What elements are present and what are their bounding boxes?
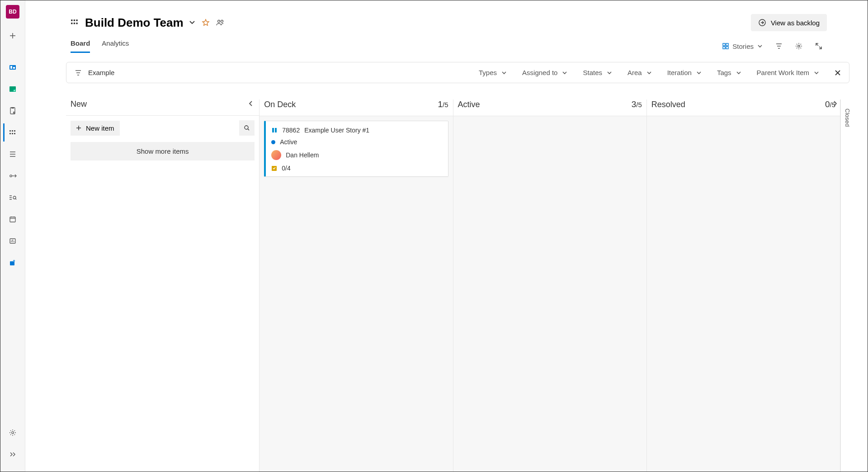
backlog-level-label: Stories	[732, 42, 754, 50]
hub-tabs: Board Analytics Stories	[25, 31, 868, 53]
gear-icon	[9, 429, 16, 436]
svg-point-20	[12, 432, 14, 434]
clear-filters[interactable]	[835, 70, 841, 76]
fullscreen-toggle[interactable]	[815, 42, 822, 50]
svg-rect-23	[76, 19, 77, 21]
plus-icon	[9, 32, 16, 39]
work-item-title: Example User Story #1	[304, 127, 369, 134]
filter-states[interactable]: States	[583, 69, 612, 76]
svg-rect-2	[13, 67, 15, 69]
filter-iteration[interactable]: Iteration	[667, 69, 702, 76]
rail-expand[interactable]	[3, 445, 21, 463]
board-settings[interactable]	[795, 42, 802, 50]
clipboard-icon	[9, 107, 16, 115]
page-title: Build Demo Team	[85, 16, 184, 30]
backlog-icon	[9, 151, 16, 157]
checklist-icon	[271, 165, 277, 171]
star-icon	[202, 19, 210, 27]
rail-boards-hub[interactable]	[3, 80, 21, 98]
svg-rect-26	[76, 23, 77, 24]
filter-area[interactable]: Area	[627, 69, 652, 76]
board-header-icon	[71, 19, 79, 27]
filter-tags[interactable]: Tags	[717, 69, 741, 76]
rail-boards[interactable]	[3, 123, 21, 142]
gear-icon	[795, 42, 802, 50]
svg-point-35	[245, 126, 248, 129]
filter-bar: Example Types Assigned to States Area It…	[66, 62, 849, 83]
work-item-id: 78862	[282, 127, 300, 134]
work-item-card[interactable]: 78862 Example User Story #1 Active Dan H…	[264, 121, 448, 177]
column-wip: 3/5	[632, 99, 642, 109]
team-members-button[interactable]	[216, 19, 225, 26]
svg-point-19	[13, 260, 15, 262]
svg-rect-30	[723, 43, 725, 46]
column-search-button[interactable]	[239, 120, 255, 136]
scroll-right-button[interactable]	[833, 100, 838, 107]
main-content: Build Demo Team View as backlog Board An…	[25, 0, 868, 472]
work-item-tasks: 0/4	[282, 165, 290, 172]
filter-keyword[interactable]: Example	[88, 69, 114, 76]
collapse-column-button[interactable]	[246, 100, 255, 107]
svg-rect-6	[11, 107, 14, 109]
chart-view-icon	[9, 237, 16, 245]
svg-rect-25	[74, 23, 75, 24]
arrow-circle-icon	[758, 19, 766, 27]
fullscreen-icon	[815, 42, 822, 50]
rail-overview[interactable]	[3, 58, 21, 76]
column-resolved: Resolved 0/5	[647, 99, 840, 472]
backlog-level-picker[interactable]: Stories	[722, 42, 763, 50]
svg-rect-12	[12, 133, 13, 134]
svg-rect-22	[74, 19, 75, 21]
nav-rail: BD	[0, 0, 25, 472]
svg-rect-8	[9, 130, 11, 132]
filter-toggle[interactable]	[775, 43, 783, 49]
favorite-toggle[interactable]	[202, 19, 210, 27]
svg-rect-24	[71, 23, 72, 24]
svg-rect-32	[723, 47, 725, 49]
rail-analytics[interactable]	[3, 232, 21, 250]
new-item-button[interactable]: New item	[71, 121, 120, 136]
plugin-icon	[9, 259, 17, 267]
column-active: Active 3/5	[453, 99, 647, 472]
filter-parent[interactable]: Parent Work Item	[757, 69, 819, 76]
svg-point-28	[221, 20, 223, 23]
rail-add[interactable]	[3, 27, 21, 45]
rail-settings[interactable]	[3, 424, 21, 442]
stories-icon	[722, 43, 729, 49]
column-new: New New item Show m	[66, 99, 259, 472]
column-closed-collapsed[interactable]: Closed	[840, 99, 854, 472]
filter-types[interactable]: Types	[479, 69, 507, 76]
show-more-button[interactable]: Show more items	[71, 142, 255, 160]
assignee-avatar	[271, 150, 281, 160]
svg-rect-10	[14, 130, 15, 132]
project-avatar[interactable]: BD	[6, 5, 19, 19]
dashboard-icon	[9, 63, 17, 71]
tab-analytics[interactable]: Analytics	[102, 39, 129, 53]
svg-point-14	[10, 175, 12, 177]
boards-hub-icon	[9, 85, 17, 93]
column-title: New	[71, 99, 87, 109]
sprint-icon	[9, 173, 17, 179]
people-icon	[216, 19, 225, 26]
new-item-label: New item	[86, 124, 114, 132]
team-picker[interactable]: Build Demo Team	[85, 16, 195, 30]
chevron-down-icon	[607, 71, 612, 75]
svg-rect-33	[726, 47, 728, 49]
filter-assigned-to[interactable]: Assigned to	[522, 69, 567, 76]
svg-point-34	[798, 45, 800, 47]
rail-queries[interactable]	[3, 189, 21, 207]
chevrons-right-icon	[9, 451, 16, 458]
page-header: Build Demo Team View as backlog	[25, 0, 868, 31]
tab-board[interactable]: Board	[71, 39, 90, 53]
rail-work-items[interactable]	[3, 102, 21, 120]
chevron-right-icon	[833, 100, 838, 107]
rail-extension[interactable]	[3, 254, 21, 272]
rail-sprints[interactable]	[3, 167, 21, 185]
view-as-backlog-button[interactable]: View as backlog	[751, 14, 827, 31]
calendar-icon	[9, 216, 16, 223]
column-title: On Deck	[264, 100, 296, 109]
rail-backlogs[interactable]	[3, 145, 21, 163]
rail-plans[interactable]	[3, 210, 21, 228]
work-item-state: Active	[280, 138, 297, 146]
close-icon	[835, 70, 841, 76]
